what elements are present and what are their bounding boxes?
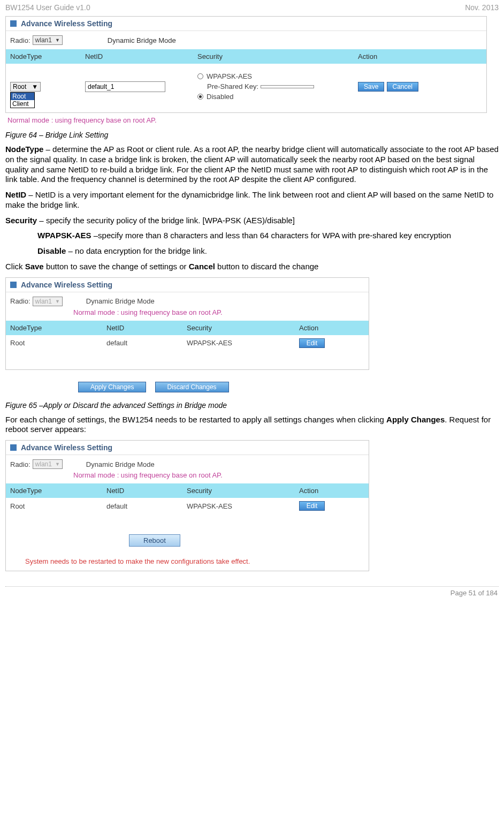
radio-row: Radio: wlan1 ▼ Dynamic Bridge Mode Norma…	[6, 292, 369, 321]
square-icon	[10, 444, 17, 451]
psk-input[interactable]	[261, 85, 314, 88]
th-netid: NetID	[102, 321, 182, 335]
apply-changes-button[interactable]: Apply Changes	[78, 382, 146, 392]
t-reboot1: For each change of settings, the BW1254 …	[5, 415, 386, 424]
header-left: BW1254 User Guide v1.0	[5, 3, 90, 12]
t-security: – specify the security policy of the bri…	[37, 216, 295, 225]
changes-row: Apply Changes Discard Changes	[75, 372, 499, 398]
table-header: NodeType NetID Security Action	[6, 321, 369, 335]
th-security: Security	[182, 321, 295, 335]
t-nodetype: – determine the AP as Root or client rul…	[5, 145, 499, 184]
reboot-row: Reboot	[129, 514, 369, 553]
th-action: Action	[295, 321, 369, 335]
nodetype-value: Root	[6, 339, 102, 347]
th-action: Action	[295, 483, 369, 498]
th-security: Security	[193, 49, 354, 64]
para-security: Security – specify the security policy o…	[5, 216, 499, 226]
radio-row: Radio: wlan1 ▼ Dynamic Bridge Mode Norma…	[6, 455, 369, 483]
radio-select[interactable]: wlan1 ▼	[33, 297, 63, 306]
nodetype-cell: Root ▼ Root Client	[6, 81, 81, 92]
panel-title: Advance Wireless Setting	[6, 17, 486, 31]
radio-value: wlan1	[35, 298, 52, 305]
nodetype-value: Root	[13, 83, 26, 90]
restart-note: System needs to be restarted to make the…	[6, 553, 369, 571]
square-icon	[10, 282, 17, 288]
edit-button[interactable]: Edit	[299, 338, 325, 348]
table-header: NodeType NetID Security Action	[6, 483, 369, 498]
option-root[interactable]: Root	[11, 93, 34, 100]
radio-select[interactable]: wlan1 ▼	[33, 35, 63, 45]
mode-label: Dynamic Bridge Mode	[108, 36, 176, 44]
radio-select[interactable]: wlan1 ▼	[33, 459, 63, 469]
t-click1: Click	[5, 262, 25, 271]
netid-value: default	[102, 502, 182, 510]
normal-mode-note: Normal mode : using frequency base on ro…	[73, 471, 223, 479]
dot-icon	[199, 95, 202, 98]
save-button[interactable]: Save	[358, 82, 384, 92]
t-click3: button to discard the change	[215, 262, 318, 271]
para-netid: NetID – NetID is a very important elemen…	[5, 190, 499, 210]
radio-icon	[197, 73, 203, 79]
netid-cell: default_1	[81, 81, 193, 92]
mode-label: Dynamic Bridge Mode	[86, 297, 155, 305]
th-security: Security	[182, 483, 295, 498]
b-netid: NetID	[5, 190, 26, 199]
para-nodetype: NodeType – determine the AP as Root or c…	[5, 145, 499, 185]
para-click-save: Click Save button to save the change of …	[5, 262, 499, 272]
action-cell: Edit	[295, 501, 369, 511]
mode-label: Dynamic Bridge Mode	[86, 460, 155, 468]
action-cell: Save Cancel	[354, 81, 486, 92]
discard-changes-button[interactable]: Discard Changes	[155, 382, 229, 392]
chevron-down-icon: ▼	[55, 299, 60, 304]
panel-title-text: Advance Wireless Setting	[21, 19, 112, 28]
table-row: Root ▼ Root Client default_1 WPAPSK-AES …	[6, 64, 486, 112]
spacer	[6, 351, 369, 369]
panel-title-text: Advance Wireless Setting	[21, 443, 112, 452]
b-save: Save	[25, 262, 44, 271]
panel-title: Advance Wireless Setting	[6, 278, 369, 292]
option-client[interactable]: Client	[11, 100, 34, 108]
radio-label: Radio:	[10, 297, 30, 305]
normal-mode-note: Normal mode : using frequency base on ro…	[5, 115, 499, 127]
th-nodetype: NodeType	[6, 321, 102, 335]
t-wpapsk: –specify more than 8 characters and less…	[91, 231, 452, 240]
reboot-button[interactable]: Reboot	[129, 534, 180, 547]
sec-disabled-row[interactable]: Disabled	[197, 93, 349, 101]
b-security: Security	[5, 216, 37, 225]
b-wpapsk: WPAPSK-AES	[37, 231, 91, 240]
page-header: BW1254 User Guide v1.0 Nov. 2013	[5, 0, 499, 16]
table-header: NodeType NetID Security Action	[6, 49, 486, 64]
normal-mode-note: Normal mode : using frequency base on ro…	[73, 308, 223, 316]
radio-row: Radio: wlan1 ▼ Dynamic Bridge Mode	[6, 31, 486, 49]
radio-value: wlan1	[35, 36, 52, 44]
sec-wpapsk-row[interactable]: WPAPSK-AES	[197, 72, 349, 80]
header-right: Nov. 2013	[465, 3, 499, 12]
radio-label: Radio:	[10, 460, 30, 468]
t-click2: button to save the change of settings or	[44, 262, 189, 271]
panel-title-text: Advance Wireless Setting	[21, 281, 112, 289]
cancel-button[interactable]: Cancel	[387, 82, 418, 92]
nodetype-value: Root	[6, 502, 102, 510]
b-nodetype: NodeType	[5, 145, 43, 154]
figure-64-caption: Figure 64 – Bridge Link Setting	[5, 131, 499, 139]
sec-opt-wpapsk: WPAPSK-AES	[207, 72, 252, 80]
t-netid: – NetID is a very important element for …	[5, 190, 493, 209]
th-action: Action	[354, 49, 486, 64]
edit-button[interactable]: Edit	[299, 501, 325, 511]
para-reboot: For each change of settings, the BW1254 …	[5, 415, 499, 435]
para-wpapsk: WPAPSK-AES –specify more than 8 characte…	[37, 231, 499, 241]
netid-input[interactable]: default_1	[85, 81, 165, 92]
table-row: Root default WPAPSK-AES Edit	[6, 335, 369, 351]
th-nodetype: NodeType	[6, 483, 102, 498]
panel-bridge-summary: Advance Wireless Setting Radio: wlan1 ▼ …	[5, 277, 369, 370]
panel-bridge-reboot: Advance Wireless Setting Radio: wlan1 ▼ …	[5, 440, 369, 571]
security-cell: WPAPSK-AES Pre-Shared Key: Disabled	[193, 70, 354, 103]
radio-label: Radio:	[10, 36, 30, 44]
chevron-down-icon: ▼	[32, 83, 38, 90]
nodetype-select[interactable]: Root ▼ Root Client	[10, 82, 41, 92]
psk-label: Pre-Shared Key:	[207, 82, 258, 90]
psk-row: Pre-Shared Key:	[207, 82, 349, 90]
chevron-down-icon: ▼	[55, 461, 60, 467]
page-footer: Page 51 of 184	[5, 586, 499, 600]
action-cell: Edit	[295, 338, 369, 348]
